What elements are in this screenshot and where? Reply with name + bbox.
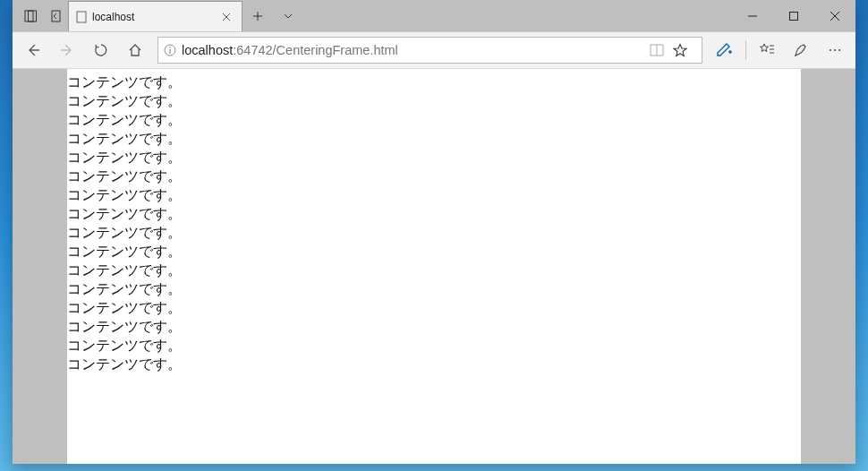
settings-menu-button[interactable] bbox=[818, 31, 852, 69]
content-line: コンテンツです。 bbox=[67, 317, 801, 336]
svg-rect-1 bbox=[29, 11, 37, 21]
reading-view-button[interactable] bbox=[650, 44, 673, 56]
url-path: /CenteringFrame.html bbox=[273, 43, 398, 57]
content-line: コンテンツです。 bbox=[67, 167, 801, 185]
add-notes-button[interactable] bbox=[708, 31, 742, 69]
content-line: コンテンツです。 bbox=[67, 279, 801, 298]
svg-rect-3 bbox=[77, 12, 86, 22]
browser-tab[interactable]: localhost bbox=[68, 1, 243, 31]
forward-button[interactable] bbox=[50, 31, 84, 69]
content-line: コンテンツです。 bbox=[67, 261, 801, 279]
tab-actions bbox=[243, 0, 303, 31]
address-bar[interactable]: localhost:64742/CenteringFrame.html bbox=[157, 37, 702, 64]
set-tabs-aside-icon[interactable] bbox=[43, 0, 68, 31]
page-icon bbox=[76, 11, 87, 23]
content-line: コンテンツです。 bbox=[67, 129, 801, 148]
svg-point-10 bbox=[838, 49, 840, 51]
content-line: コンテンツです。 bbox=[67, 185, 801, 204]
url-port: :64742 bbox=[233, 43, 272, 57]
site-info-icon[interactable] bbox=[164, 44, 176, 56]
toolbar-right bbox=[708, 31, 852, 69]
tabs-aside-icon[interactable] bbox=[18, 0, 43, 31]
content-line: コンテンツです。 bbox=[67, 242, 801, 261]
content-line: コンテンツです。 bbox=[67, 204, 801, 223]
new-tab-button[interactable] bbox=[243, 0, 273, 31]
url-text: localhost:64742/CenteringFrame.html bbox=[182, 43, 650, 57]
svg-rect-0 bbox=[25, 11, 33, 21]
edit-button[interactable] bbox=[784, 31, 818, 69]
toolbar-separator bbox=[745, 40, 746, 60]
maximize-button[interactable] bbox=[773, 0, 814, 31]
content-line: コンテンツです。 bbox=[67, 73, 801, 91]
toolbar: localhost:64742/CenteringFrame.html bbox=[13, 31, 855, 69]
svg-point-6 bbox=[169, 47, 171, 48]
title-bar-left bbox=[13, 0, 68, 31]
title-bar-drag-area[interactable] bbox=[303, 0, 732, 31]
content-line: コンテンツです。 bbox=[67, 91, 801, 110]
page-content: コンテンツです。コンテンツです。コンテンツです。コンテンツです。コンテンツです。… bbox=[67, 69, 801, 464]
browser-window: localhost bbox=[13, 0, 855, 464]
window-controls bbox=[732, 0, 855, 31]
tab-title: localhost bbox=[92, 11, 218, 23]
back-button[interactable] bbox=[16, 31, 50, 69]
content-line: コンテンツです。 bbox=[67, 223, 801, 242]
favorite-button[interactable] bbox=[673, 43, 696, 57]
content-line: コンテンツです。 bbox=[67, 336, 801, 355]
svg-point-8 bbox=[830, 49, 831, 51]
svg-rect-4 bbox=[790, 12, 798, 20]
tab-menu-button[interactable] bbox=[273, 0, 303, 31]
favorites-list-button[interactable] bbox=[750, 31, 784, 69]
content-area: コンテンツです。コンテンツです。コンテンツです。コンテンツです。コンテンツです。… bbox=[13, 69, 855, 464]
tab-close-button[interactable] bbox=[218, 13, 234, 21]
content-line: コンテンツです。 bbox=[67, 298, 801, 317]
title-bar: localhost bbox=[13, 0, 855, 31]
url-host: localhost bbox=[182, 43, 233, 57]
content-line: コンテンツです。 bbox=[67, 148, 801, 167]
content-line: コンテンツです。 bbox=[67, 355, 801, 373]
home-button[interactable] bbox=[118, 31, 152, 69]
content-line: コンテンツです。 bbox=[67, 110, 801, 129]
close-window-button[interactable] bbox=[814, 0, 855, 31]
refresh-button[interactable] bbox=[84, 31, 118, 69]
minimize-button[interactable] bbox=[732, 0, 773, 31]
svg-point-9 bbox=[834, 49, 836, 51]
